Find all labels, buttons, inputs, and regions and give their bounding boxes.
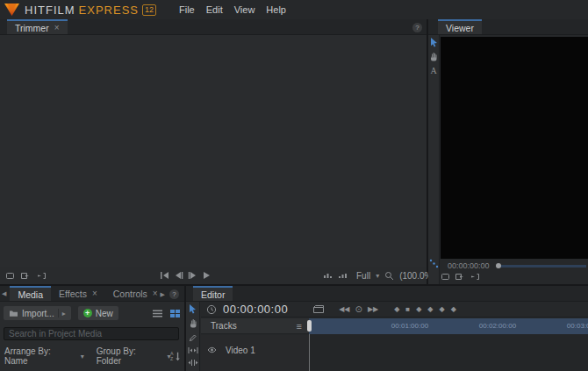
track-row-video1[interactable]: Video 1 bbox=[201, 342, 309, 358]
playhead-line bbox=[309, 334, 310, 371]
in-point-icon[interactable]: ◆ bbox=[394, 305, 399, 313]
loop-playback-icon[interactable] bbox=[5, 271, 15, 281]
track-name: Video 1 bbox=[226, 346, 255, 355]
prev-keyframe-icon[interactable]: ◆ bbox=[427, 305, 433, 313]
tab-effects[interactable]: Effects × bbox=[51, 286, 105, 301]
tab-editor-label: Editor bbox=[201, 289, 225, 300]
sort-direction-icon[interactable]: A Z bbox=[170, 351, 181, 361]
send-to-editor-icon[interactable] bbox=[36, 271, 47, 281]
slice-tool-icon[interactable] bbox=[188, 332, 197, 342]
trimmer-viewport bbox=[0, 35, 427, 267]
next-keyframe-icon[interactable]: ◆ bbox=[451, 305, 456, 313]
slide-tool-icon[interactable] bbox=[188, 359, 198, 367]
send-to-timeline-icon[interactable] bbox=[470, 272, 480, 282]
import-button[interactable]: Import... ▸ bbox=[4, 306, 71, 320]
svg-text:Z: Z bbox=[170, 356, 174, 361]
ruler-mark: 00:02:00:00 bbox=[479, 322, 516, 330]
tab-media[interactable]: Media bbox=[10, 286, 51, 301]
viewer-timecode[interactable]: 00:00:00:00 bbox=[448, 261, 490, 270]
help-icon[interactable]: ? bbox=[169, 289, 179, 299]
editor-tab-bar: Editor bbox=[186, 286, 588, 302]
media-tab-bar: ◀ Media Effects × Controls × ▶ ? bbox=[0, 286, 184, 302]
viewer-bottom-icons bbox=[441, 271, 480, 282]
slate-icon[interactable] bbox=[312, 304, 325, 314]
viewer-tool-strip: A bbox=[428, 35, 440, 284]
hitfilm-window: HITFILM EXPRESS 12 File Edit View Help T… bbox=[0, 0, 588, 371]
fast-forward-icon[interactable]: ▶▶ bbox=[368, 305, 378, 313]
next-frame-icon[interactable] bbox=[188, 271, 197, 280]
media-toolbar: Import... ▸ + New bbox=[4, 306, 181, 320]
plus-icon: + bbox=[83, 309, 92, 317]
close-icon[interactable]: × bbox=[54, 23, 60, 32]
hitfilm-logo-icon bbox=[4, 4, 19, 17]
motion-path-icon[interactable] bbox=[429, 259, 439, 268]
marker-icon[interactable]: ■ bbox=[405, 305, 410, 313]
add-keyframe-icon[interactable]: ◆ bbox=[440, 305, 445, 313]
new-button[interactable]: + New bbox=[78, 306, 118, 320]
close-icon[interactable]: × bbox=[153, 289, 158, 298]
loop-playback-icon[interactable] bbox=[441, 272, 450, 282]
editor-timecode[interactable]: 00:00:00:00 bbox=[223, 303, 288, 316]
app-logo: HITFILM EXPRESS 12 bbox=[4, 4, 156, 17]
eye-visibility-icon[interactable] bbox=[207, 346, 217, 353]
submenu-arrow-icon[interactable]: ▸ bbox=[62, 310, 66, 317]
tab-trimmer[interactable]: Trimmer × bbox=[7, 19, 68, 34]
tab-controls[interactable]: Controls × bbox=[105, 286, 166, 301]
ruler-mark: 00:01:00:00 bbox=[391, 322, 428, 330]
menu-edit[interactable]: Edit bbox=[206, 4, 223, 15]
viewer-seek-row: 00:00:00:00 bbox=[441, 260, 588, 272]
viewer-tab-bar: Viewer bbox=[428, 19, 588, 35]
tab-editor[interactable]: Editor bbox=[193, 286, 233, 301]
skip-to-start-icon[interactable] bbox=[160, 271, 169, 280]
export-frame-icon[interactable] bbox=[20, 271, 31, 281]
tracks-list: Video 1 bbox=[201, 335, 309, 371]
out-point-icon[interactable]: ◆ bbox=[416, 305, 421, 313]
hand-tool-icon[interactable] bbox=[189, 318, 197, 328]
group-by-dropdown[interactable]: Group By: Folder ▾ bbox=[97, 346, 171, 366]
svg-text:A: A bbox=[170, 351, 174, 356]
tracks-header-label: Tracks bbox=[211, 321, 237, 331]
menu-help[interactable]: Help bbox=[266, 4, 286, 15]
text-tool-icon[interactable]: A bbox=[430, 66, 436, 75]
viewer-playhead-handle[interactable] bbox=[496, 263, 501, 268]
export-frame-icon[interactable] bbox=[455, 272, 465, 282]
tab-scroll-left-icon[interactable]: ◀ bbox=[2, 290, 6, 297]
select-tool-icon[interactable] bbox=[189, 304, 197, 314]
menu-view[interactable]: View bbox=[234, 4, 255, 15]
help-icon[interactable]: ? bbox=[412, 23, 422, 32]
grid-view-icon[interactable] bbox=[169, 309, 181, 318]
ruler-mark: 00:03:00:00 bbox=[567, 322, 588, 330]
tab-viewer-label: Viewer bbox=[446, 23, 474, 33]
tab-viewer[interactable]: Viewer bbox=[438, 19, 482, 34]
rewind-icon[interactable]: ◀◀ bbox=[339, 305, 349, 313]
viewer-seek-bar[interactable] bbox=[497, 265, 586, 268]
play-icon[interactable] bbox=[202, 271, 211, 280]
tracks-menu-icon[interactable]: ≡ bbox=[297, 321, 302, 332]
chevron-down-icon[interactable]: ▾ bbox=[376, 272, 379, 280]
record-icon[interactable]: ⊙ bbox=[355, 304, 362, 314]
search-input[interactable] bbox=[4, 327, 179, 340]
menu-file[interactable]: File bbox=[179, 4, 195, 15]
list-view-icon[interactable] bbox=[152, 309, 163, 318]
tab-scroll-right-icon[interactable]: ▶ bbox=[161, 291, 165, 298]
tab-trimmer-label: Trimmer bbox=[15, 23, 49, 33]
previous-frame-icon[interactable] bbox=[174, 271, 183, 280]
hand-tool-icon[interactable] bbox=[429, 52, 438, 61]
timeline-track-area[interactable] bbox=[309, 334, 588, 371]
close-icon[interactable]: × bbox=[92, 289, 97, 298]
select-tool-icon[interactable] bbox=[430, 38, 438, 47]
timeline-ruler[interactable]: 00:01:00:00 00:02:00:00 00:03:00:00 bbox=[309, 318, 588, 334]
playhead-handle[interactable] bbox=[307, 320, 312, 332]
arrange-by-value: Arrange By: Name bbox=[4, 346, 74, 366]
arrange-by-dropdown[interactable]: Arrange By: Name ▾ bbox=[4, 346, 84, 366]
viewer-canvas[interactable] bbox=[441, 37, 588, 259]
sort-options-row: Arrange By: Name ▾ Group By: Folder ▾ A … bbox=[4, 346, 181, 366]
tracks-header: Tracks ≡ bbox=[201, 318, 309, 334]
slip-tool-icon[interactable] bbox=[188, 346, 198, 354]
waveform-icon[interactable] bbox=[323, 271, 333, 280]
zoom-magnifier-icon bbox=[384, 271, 394, 281]
chevron-down-icon: ▾ bbox=[81, 353, 84, 360]
group-by-value: Group By: Folder bbox=[97, 346, 161, 366]
levels-icon[interactable] bbox=[338, 271, 348, 280]
fit-mode-select[interactable]: Full bbox=[356, 271, 370, 281]
